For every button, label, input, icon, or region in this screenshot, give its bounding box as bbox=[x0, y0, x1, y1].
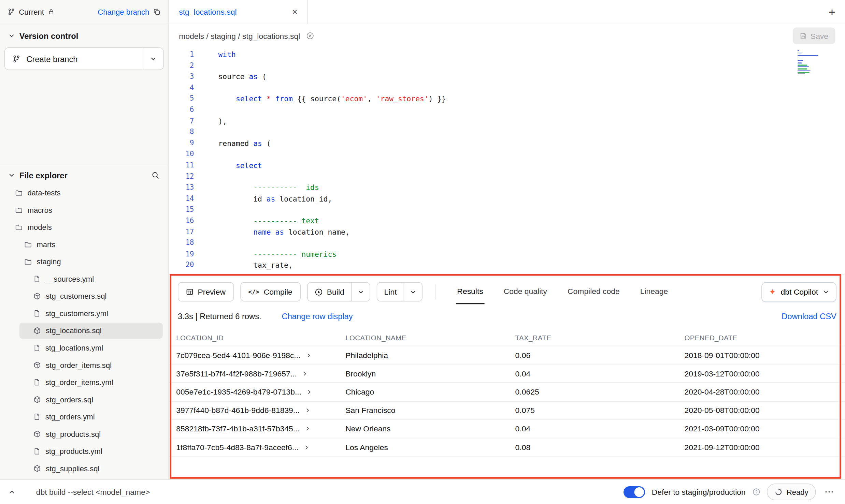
new-tab-button[interactable]: + bbox=[829, 6, 835, 17]
chevron-right-icon[interactable] bbox=[307, 389, 312, 395]
file-tree-item-stg_locations.yml[interactable]: stg_locations.yml bbox=[0, 339, 168, 357]
file-tree-item-__sources.yml[interactable]: __sources.yml bbox=[0, 270, 168, 288]
preview-button[interactable]: Preview bbox=[178, 282, 234, 301]
file-explorer-title: File explorer bbox=[19, 171, 68, 180]
folder-icon bbox=[15, 189, 23, 196]
minimap[interactable] bbox=[798, 50, 820, 75]
code-line: ), bbox=[218, 116, 845, 127]
version-control-title: Version control bbox=[19, 31, 78, 41]
file-tree-item-macros[interactable]: macros bbox=[0, 202, 168, 219]
results-table: LOCATION_IDLOCATION_NAMETAX_RATEOPENED_D… bbox=[169, 330, 845, 479]
code-line bbox=[218, 238, 845, 249]
chevron-right-icon[interactable] bbox=[305, 408, 311, 413]
ide-status-badge[interactable]: Ready bbox=[767, 484, 816, 500]
panel-tab-results[interactable]: Results bbox=[456, 280, 484, 305]
results-summary: 3.3s | Returned 6 rows. bbox=[178, 312, 261, 321]
file-tree-item-marts[interactable]: marts bbox=[0, 236, 168, 253]
table-row[interactable]: 858218fb-73f7-4b1b-a31f-57b345...New Orl… bbox=[169, 420, 845, 438]
code-line bbox=[218, 82, 845, 93]
branch-bar: Current Change branch bbox=[0, 0, 168, 24]
panel-tab-lineage[interactable]: Lineage bbox=[639, 280, 669, 305]
defer-toggle[interactable] bbox=[624, 486, 645, 498]
file-tree-item-stg_orders.yml[interactable]: stg_orders.yml bbox=[0, 408, 168, 426]
command-input[interactable]: dbt build --select <model_name> bbox=[36, 488, 150, 496]
create-branch-label: Create branch bbox=[26, 54, 77, 63]
column-header: LOCATION_ID bbox=[169, 334, 339, 342]
main-area: stg_locations.sql × + models / staging /… bbox=[169, 0, 845, 479]
file-name: stg_customers.sql bbox=[46, 292, 106, 300]
copy-icon[interactable] bbox=[153, 8, 160, 16]
breadcrumb-row: models / staging / stg_locations.sql Sav… bbox=[169, 24, 845, 47]
file-tree-item-stg_customers.yml[interactable]: stg_customers.yml bbox=[0, 305, 168, 322]
change-row-display-link[interactable]: Change row display bbox=[282, 312, 353, 321]
close-tab-icon[interactable]: × bbox=[292, 7, 298, 16]
file-icon bbox=[33, 379, 41, 386]
tab-stg-locations-sql[interactable]: stg_locations.sql × bbox=[169, 0, 308, 24]
table-cell: 2021-03-09T00:00:00 bbox=[677, 425, 845, 433]
status-bar: dbt build --select <model_name> Defer to… bbox=[0, 479, 845, 504]
file-name: stg_order_items.sql bbox=[46, 361, 112, 369]
table-cell: 7c079cea-5ed4-4101-906e-9198c... bbox=[169, 351, 339, 359]
chevron-right-icon[interactable] bbox=[305, 426, 311, 432]
table-cell: 005e7e1c-1935-4269-b479-0713b... bbox=[169, 388, 339, 396]
save-button[interactable]: Save bbox=[793, 28, 835, 44]
create-branch-button[interactable]: Create branch bbox=[5, 48, 143, 70]
code-editor[interactable]: 1234567891011121314151617181920 withsour… bbox=[169, 47, 845, 275]
table-cell: 0.04 bbox=[508, 425, 677, 433]
more-menu-button[interactable]: ⋯ bbox=[822, 486, 836, 498]
file-tree-item-stg_order_items.sql[interactable]: stg_order_items.sql bbox=[0, 356, 168, 374]
file-name: stg_customers.yml bbox=[45, 309, 108, 317]
lint-button[interactable]: Lint bbox=[377, 283, 404, 301]
table-cell: Los Angeles bbox=[339, 443, 508, 451]
panel-tab-code-quality[interactable]: Code quality bbox=[503, 280, 548, 305]
search-icon[interactable] bbox=[152, 171, 160, 179]
chevron-up-icon[interactable] bbox=[9, 489, 15, 495]
file-tree-item-stg_orders.sql[interactable]: stg_orders.sql bbox=[0, 391, 168, 408]
table-row[interactable]: 7c079cea-5ed4-4101-906e-9198c...Philadel… bbox=[169, 346, 845, 365]
lint-caret-button[interactable] bbox=[404, 283, 422, 301]
file-name: stg_order_items.yml bbox=[45, 378, 113, 387]
file-tree-item-stg_products.sql[interactable]: stg_products.sql bbox=[0, 425, 168, 443]
file-tree-item-data-tests[interactable]: data-tests bbox=[0, 184, 168, 202]
table-row[interactable]: 37e5f311-b7f4-4f2f-988b-719657...Brookly… bbox=[169, 365, 845, 383]
dbt-copilot-button[interactable]: ✦ dbt Copilot bbox=[761, 282, 836, 302]
file-tree-item-models[interactable]: models bbox=[0, 219, 168, 236]
results-table-header: LOCATION_IDLOCATION_NAMETAX_RATEOPENED_D… bbox=[169, 330, 845, 346]
file-tree-item-stg_locations.sql[interactable]: stg_locations.sql bbox=[0, 322, 168, 339]
file-tree-item-stg_supplies.sql[interactable]: stg_supplies.sql bbox=[0, 460, 168, 477]
lint-label: Lint bbox=[384, 287, 397, 296]
build-caret-button[interactable] bbox=[351, 283, 370, 301]
file-explorer-header[interactable]: File explorer bbox=[0, 164, 168, 184]
build-split-button: Build bbox=[307, 282, 370, 301]
table-row[interactable]: 1f8ffa70-7cb5-4d83-8a7f-9aceef6...Los An… bbox=[169, 438, 845, 457]
copilot-icon: ✦ bbox=[769, 287, 776, 297]
file-tree-item-staging[interactable]: staging bbox=[0, 253, 168, 270]
download-csv-link[interactable]: Download CSV bbox=[782, 312, 836, 321]
chevron-right-icon[interactable] bbox=[306, 353, 311, 358]
code-line bbox=[218, 127, 845, 138]
file-tree-item-stg_products.yml[interactable]: stg_products.yml bbox=[0, 443, 168, 460]
current-branch-chip[interactable]: Current bbox=[8, 8, 54, 16]
table-row[interactable]: 3977f440-b87d-461b-9dd6-81839...San Fran… bbox=[169, 401, 845, 420]
column-header: OPENED_DATE bbox=[677, 334, 845, 342]
file-name: stg_orders.yml bbox=[45, 413, 95, 421]
compile-button[interactable]: </> Compile bbox=[240, 282, 301, 301]
sidebar: Current Change branch Version control Cr bbox=[0, 0, 169, 479]
help-icon[interactable]: ? bbox=[752, 488, 760, 496]
table-row[interactable]: 005e7e1c-1935-4269-b479-0713b...Chicago0… bbox=[169, 383, 845, 401]
code-line: select bbox=[218, 160, 845, 171]
code-line: name as location_name, bbox=[218, 226, 845, 238]
file-name: stg_supplies.sql bbox=[46, 464, 99, 473]
build-button[interactable]: Build bbox=[307, 283, 351, 301]
file-explorer-section: File explorer data-testsmacrosmodelsmart… bbox=[0, 164, 168, 479]
file-tree-item-stg_customers.sql[interactable]: stg_customers.sql bbox=[0, 287, 168, 305]
compass-icon[interactable] bbox=[306, 32, 314, 40]
version-control-header[interactable]: Version control bbox=[0, 24, 168, 46]
chevron-right-icon[interactable] bbox=[302, 371, 308, 376]
file-tree-item-stg_order_items.yml[interactable]: stg_order_items.yml bbox=[0, 374, 168, 391]
change-branch-link[interactable]: Change branch bbox=[98, 8, 149, 16]
chevron-right-icon[interactable] bbox=[304, 445, 310, 450]
code-lines[interactable]: withsource as ( select * from {{ source(… bbox=[203, 49, 845, 275]
panel-tab-compiled-code[interactable]: Compiled code bbox=[567, 280, 621, 305]
create-branch-caret-button[interactable] bbox=[143, 48, 163, 70]
